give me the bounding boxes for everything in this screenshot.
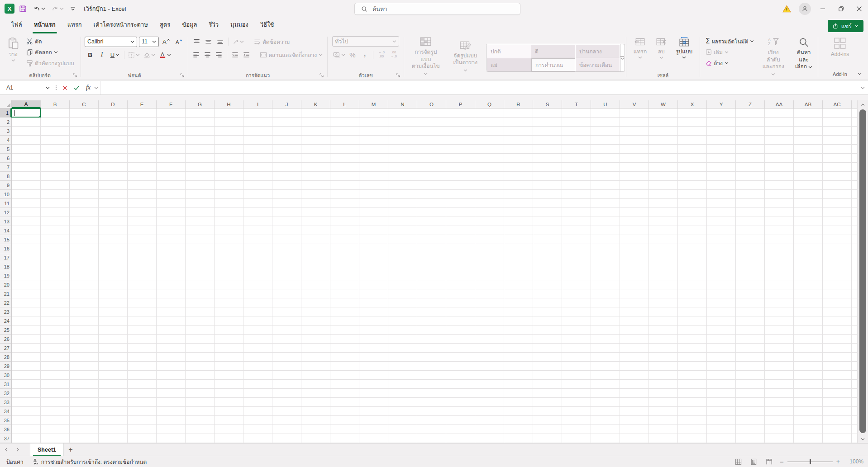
select-all-button[interactable] <box>0 100 12 108</box>
tab-data[interactable]: ข้อมูล <box>176 16 203 33</box>
accounting-format-button[interactable] <box>332 49 346 60</box>
tab-page-layout[interactable]: เค้าโครงหน้ากระดาษ <box>88 16 154 33</box>
font-size-select[interactable]: 11 <box>139 37 159 47</box>
row-header-12[interactable]: 12 <box>0 208 11 217</box>
comma-style-button[interactable]: , <box>359 49 370 60</box>
row-header-16[interactable]: 16 <box>0 244 11 253</box>
decrease-decimal-button[interactable]: .00→.0 <box>388 49 399 60</box>
merge-center-button[interactable]: ผสานและจัดกึ่งกลาง <box>258 49 324 60</box>
row-header-14[interactable]: 14 <box>0 226 11 235</box>
customize-qat-button[interactable] <box>68 5 77 12</box>
font-dialog-launcher[interactable] <box>180 73 185 78</box>
zoom-percentage[interactable]: 100% <box>846 458 863 465</box>
cell-style-calculation[interactable]: การคำนวณ <box>531 58 575 71</box>
row-header-7[interactable]: 7 <box>0 163 11 172</box>
row-header-29[interactable]: 29 <box>0 362 11 371</box>
search-box[interactable] <box>354 3 520 15</box>
column-header-W[interactable]: W <box>649 100 678 108</box>
row-header-9[interactable]: 9 <box>0 181 11 190</box>
font-name-select[interactable]: Calibri <box>85 37 137 47</box>
row-header-15[interactable]: 15 <box>0 235 11 244</box>
collapse-ribbon-icon[interactable] <box>858 73 862 75</box>
wrap-text-button[interactable]: ตัดข้อความ <box>252 36 291 47</box>
row-header-24[interactable]: 24 <box>0 316 11 325</box>
format-as-table-button[interactable]: จัดรูปแบบเป็นตาราง <box>448 39 482 75</box>
delete-cells-button[interactable]: ลบ <box>653 36 669 60</box>
format-painter-button[interactable]: ตัวคัดวางรูปแบบ <box>24 57 76 68</box>
zoom-out-button[interactable]: − <box>780 458 784 466</box>
column-header-N[interactable]: N <box>388 100 417 108</box>
percent-style-button[interactable]: % <box>347 49 358 60</box>
enter-entry-button[interactable] <box>71 81 82 94</box>
row-header-1[interactable]: 1 <box>0 108 11 118</box>
addins-button[interactable]: Add-ins <box>828 36 852 59</box>
increase-decimal-button[interactable]: ←.0.00 <box>376 49 387 60</box>
cell-styles-more-button[interactable] <box>620 44 625 71</box>
close-button[interactable] <box>850 0 868 17</box>
tab-insert[interactable]: แทรก <box>62 16 88 33</box>
column-header-S[interactable]: S <box>533 100 562 108</box>
insert-function-button[interactable]: fx <box>82 81 94 94</box>
column-header-D[interactable]: D <box>99 100 128 108</box>
row-header-3[interactable]: 3 <box>0 127 11 136</box>
row-header-37[interactable]: 37 <box>0 434 11 443</box>
clipboard-dialog-launcher[interactable] <box>73 73 77 78</box>
decrease-font-size-button[interactable]: A <box>173 36 184 47</box>
row-header-10[interactable]: 10 <box>0 190 11 199</box>
cell-style-neutral[interactable]: ปานกลาง <box>576 45 620 58</box>
fill-button[interactable]: เติม <box>704 47 756 57</box>
scroll-down-arrow[interactable] <box>858 435 868 443</box>
row-header-19[interactable]: 19 <box>0 271 11 280</box>
cell-mode-indicator[interactable]: ป้อนค่า <box>6 458 24 466</box>
cell-style-normal[interactable]: ปกติ <box>487 45 531 58</box>
row-header-5[interactable]: 5 <box>0 145 11 154</box>
row-header-11[interactable]: 11 <box>0 199 11 208</box>
increase-indent-button[interactable] <box>241 49 252 60</box>
column-header-Y[interactable]: Y <box>707 100 736 108</box>
formula-bar-splitter[interactable] <box>53 81 59 94</box>
row-header-22[interactable]: 22 <box>0 298 11 307</box>
formula-input-area[interactable] <box>100 81 857 94</box>
page-break-preview-button[interactable] <box>764 457 773 466</box>
italic-button[interactable]: I <box>96 49 107 60</box>
minimize-button[interactable] <box>814 0 832 17</box>
sort-filter-button[interactable]: AZ เรียงลำดับและกรอง <box>758 36 788 79</box>
row-header-33[interactable]: 33 <box>0 398 11 407</box>
add-sheet-button[interactable]: + <box>64 443 77 456</box>
page-layout-view-button[interactable] <box>749 457 758 466</box>
restore-button[interactable] <box>832 0 850 17</box>
format-cells-button[interactable]: รูปแบบ <box>673 36 695 60</box>
scroll-up-arrow[interactable] <box>858 100 868 108</box>
selected-cell-a1[interactable] <box>11 108 41 118</box>
clear-button[interactable]: ล้าง <box>704 57 756 68</box>
column-header-K[interactable]: K <box>301 100 330 108</box>
column-header-Z[interactable]: Z <box>736 100 765 108</box>
bold-button[interactable]: B <box>85 49 95 60</box>
middle-align-button[interactable] <box>203 36 214 47</box>
font-color-button[interactable]: A <box>157 49 173 60</box>
name-box[interactable] <box>0 81 53 94</box>
row-header-23[interactable]: 23 <box>0 307 11 316</box>
insert-cells-button[interactable]: แทรก <box>631 36 649 60</box>
row-header-26[interactable]: 26 <box>0 335 11 344</box>
name-box-input[interactable] <box>5 84 37 91</box>
fill-handle[interactable] <box>39 116 41 118</box>
column-header-O[interactable]: O <box>417 100 446 108</box>
tab-view[interactable]: มุมมอง <box>224 16 254 33</box>
align-right-button[interactable] <box>214 49 224 60</box>
cell-style-good[interactable]: ดี <box>531 45 575 58</box>
column-header-T[interactable]: T <box>562 100 591 108</box>
column-header-AA[interactable]: AA <box>765 100 794 108</box>
cell-grid[interactable] <box>12 108 857 443</box>
alignment-dialog-launcher[interactable] <box>320 73 324 78</box>
orientation-button[interactable] <box>231 36 245 47</box>
borders-button[interactable] <box>127 49 141 60</box>
share-button[interactable]: แชร์ <box>828 20 863 32</box>
formula-input[interactable] <box>100 85 857 91</box>
row-header-30[interactable]: 30 <box>0 371 11 380</box>
row-header-31[interactable]: 31 <box>0 380 11 389</box>
tab-formulas[interactable]: สูตร <box>154 16 176 33</box>
fill-color-button[interactable] <box>142 49 157 60</box>
copy-button[interactable]: คัดลอก <box>24 47 76 57</box>
align-center-button[interactable] <box>202 49 213 60</box>
